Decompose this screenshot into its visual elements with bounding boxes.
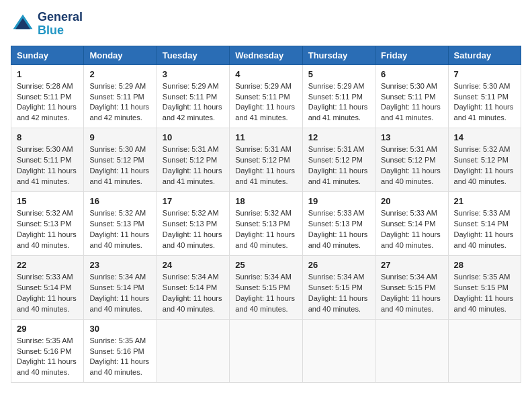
day-number: 11: [235, 132, 296, 142]
day-number: 22: [17, 260, 78, 270]
day-number: 13: [381, 132, 442, 142]
day-number: 19: [308, 196, 369, 206]
day-info: Sunrise: 5:33 AMSunset: 5:14 PMDaylight:…: [17, 273, 77, 313]
calendar-day: 8 Sunrise: 5:30 AMSunset: 5:11 PMDayligh…: [11, 128, 84, 192]
day-info: Sunrise: 5:34 AMSunset: 5:15 PMDaylight:…: [308, 273, 368, 313]
calendar-day: 28 Sunrise: 5:35 AMSunset: 5:15 PMDaylig…: [448, 255, 521, 319]
calendar-day: 4 Sunrise: 5:29 AMSunset: 5:11 PMDayligh…: [230, 64, 302, 128]
day-number: 18: [235, 196, 296, 206]
day-number: 17: [163, 196, 224, 206]
calendar-week-5: 29 Sunrise: 5:35 AMSunset: 5:16 PMDaylig…: [11, 319, 521, 383]
day-number: 27: [381, 260, 442, 270]
day-info: Sunrise: 5:32 AMSunset: 5:13 PMDaylight:…: [235, 209, 295, 249]
calendar-day: 1 Sunrise: 5:28 AMSunset: 5:11 PMDayligh…: [11, 64, 84, 128]
day-number: 1: [17, 69, 78, 79]
day-info: Sunrise: 5:35 AMSunset: 5:16 PMDaylight:…: [89, 336, 149, 377]
day-number: 10: [163, 132, 224, 142]
calendar-day: 25 Sunrise: 5:34 AMSunset: 5:15 PMDaylig…: [230, 255, 302, 319]
calendar-header: SundayMondayTuesdayWednesdayThursdayFrid…: [11, 46, 521, 64]
day-number: 16: [89, 196, 150, 206]
calendar-day: 30 Sunrise: 5:35 AMSunset: 5:16 PMDaylig…: [84, 319, 157, 383]
day-number: 5: [308, 69, 369, 79]
calendar-day: 26 Sunrise: 5:34 AMSunset: 5:15 PMDaylig…: [302, 255, 375, 319]
calendar-day: [448, 319, 521, 383]
calendar-day: 22 Sunrise: 5:33 AMSunset: 5:14 PMDaylig…: [11, 255, 84, 319]
day-number: 24: [163, 260, 224, 270]
day-info: Sunrise: 5:29 AMSunset: 5:11 PMDaylight:…: [89, 82, 149, 122]
day-number: 30: [89, 324, 150, 334]
calendar-day: 5 Sunrise: 5:29 AMSunset: 5:11 PMDayligh…: [302, 64, 375, 128]
weekday-header-saturday: Saturday: [448, 46, 521, 64]
day-number: 20: [381, 196, 442, 206]
calendar-day: 18 Sunrise: 5:32 AMSunset: 5:13 PMDaylig…: [230, 192, 302, 256]
day-number: 26: [308, 260, 369, 270]
calendar-day: 23 Sunrise: 5:34 AMSunset: 5:14 PMDaylig…: [84, 255, 157, 319]
weekday-header-tuesday: Tuesday: [157, 46, 229, 64]
day-info: Sunrise: 5:34 AMSunset: 5:15 PMDaylight:…: [381, 273, 441, 313]
day-number: 14: [454, 132, 515, 142]
calendar-day: 21 Sunrise: 5:33 AMSunset: 5:14 PMDaylig…: [448, 192, 521, 256]
day-info: Sunrise: 5:34 AMSunset: 5:15 PMDaylight:…: [235, 273, 295, 313]
calendar-day: 3 Sunrise: 5:29 AMSunset: 5:11 PMDayligh…: [157, 64, 229, 128]
day-number: 25: [235, 260, 296, 270]
day-number: 2: [89, 69, 150, 79]
calendar-day: [230, 319, 302, 383]
logo: General Blue: [11, 11, 83, 38]
day-info: Sunrise: 5:30 AMSunset: 5:12 PMDaylight:…: [89, 145, 149, 185]
day-info: Sunrise: 5:31 AMSunset: 5:12 PMDaylight:…: [308, 145, 368, 185]
calendar-week-2: 8 Sunrise: 5:30 AMSunset: 5:11 PMDayligh…: [11, 128, 521, 192]
day-number: 21: [454, 196, 515, 206]
day-info: Sunrise: 5:32 AMSunset: 5:13 PMDaylight:…: [89, 209, 149, 249]
day-info: Sunrise: 5:29 AMSunset: 5:11 PMDaylight:…: [235, 82, 295, 122]
weekday-header-friday: Friday: [375, 46, 448, 64]
calendar-day: 24 Sunrise: 5:34 AMSunset: 5:14 PMDaylig…: [157, 255, 229, 319]
day-info: Sunrise: 5:30 AMSunset: 5:11 PMDaylight:…: [381, 82, 441, 122]
calendar-week-1: 1 Sunrise: 5:28 AMSunset: 5:11 PMDayligh…: [11, 64, 521, 128]
calendar-day: 13 Sunrise: 5:31 AMSunset: 5:12 PMDaylig…: [375, 128, 448, 192]
day-info: Sunrise: 5:33 AMSunset: 5:13 PMDaylight:…: [308, 209, 368, 249]
calendar-day: [157, 319, 229, 383]
calendar-day: 14 Sunrise: 5:32 AMSunset: 5:12 PMDaylig…: [448, 128, 521, 192]
day-number: 15: [17, 196, 78, 206]
day-info: Sunrise: 5:33 AMSunset: 5:14 PMDaylight:…: [381, 209, 441, 249]
calendar-day: 27 Sunrise: 5:34 AMSunset: 5:15 PMDaylig…: [375, 255, 448, 319]
page-header: General Blue: [11, 11, 521, 38]
calendar-week-3: 15 Sunrise: 5:32 AMSunset: 5:13 PMDaylig…: [11, 192, 521, 256]
day-info: Sunrise: 5:32 AMSunset: 5:12 PMDaylight:…: [454, 145, 514, 185]
calendar-day: 20 Sunrise: 5:33 AMSunset: 5:14 PMDaylig…: [375, 192, 448, 256]
calendar-day: 9 Sunrise: 5:30 AMSunset: 5:12 PMDayligh…: [84, 128, 157, 192]
day-info: Sunrise: 5:29 AMSunset: 5:11 PMDaylight:…: [308, 82, 368, 122]
calendar-day: 10 Sunrise: 5:31 AMSunset: 5:12 PMDaylig…: [157, 128, 229, 192]
day-info: Sunrise: 5:34 AMSunset: 5:14 PMDaylight:…: [163, 273, 222, 313]
day-info: Sunrise: 5:31 AMSunset: 5:12 PMDaylight:…: [381, 145, 441, 185]
logo-icon: [11, 12, 35, 36]
day-number: 6: [381, 69, 442, 79]
calendar-body: 1 Sunrise: 5:28 AMSunset: 5:11 PMDayligh…: [11, 64, 521, 383]
day-info: Sunrise: 5:32 AMSunset: 5:13 PMDaylight:…: [163, 209, 222, 249]
day-info: Sunrise: 5:29 AMSunset: 5:11 PMDaylight:…: [163, 82, 222, 122]
day-info: Sunrise: 5:35 AMSunset: 5:16 PMDaylight:…: [17, 336, 77, 377]
day-number: 29: [17, 324, 78, 334]
calendar-day: 29 Sunrise: 5:35 AMSunset: 5:16 PMDaylig…: [11, 319, 84, 383]
day-info: Sunrise: 5:30 AMSunset: 5:11 PMDaylight:…: [454, 82, 514, 122]
day-number: 4: [235, 69, 296, 79]
calendar-day: 2 Sunrise: 5:29 AMSunset: 5:11 PMDayligh…: [84, 64, 157, 128]
calendar-day: 6 Sunrise: 5:30 AMSunset: 5:11 PMDayligh…: [375, 64, 448, 128]
day-info: Sunrise: 5:30 AMSunset: 5:11 PMDaylight:…: [17, 145, 77, 185]
day-number: 9: [89, 132, 150, 142]
weekday-header-row: SundayMondayTuesdayWednesdayThursdayFrid…: [11, 46, 521, 64]
day-info: Sunrise: 5:33 AMSunset: 5:14 PMDaylight:…: [454, 209, 514, 249]
day-number: 7: [454, 69, 515, 79]
day-number: 23: [89, 260, 150, 270]
day-number: 8: [17, 132, 78, 142]
calendar-week-4: 22 Sunrise: 5:33 AMSunset: 5:14 PMDaylig…: [11, 255, 521, 319]
day-number: 12: [308, 132, 369, 142]
day-info: Sunrise: 5:31 AMSunset: 5:12 PMDaylight:…: [235, 145, 295, 185]
day-number: 3: [163, 69, 224, 79]
weekday-header-thursday: Thursday: [302, 46, 375, 64]
calendar-table: SundayMondayTuesdayWednesdayThursdayFrid…: [11, 46, 521, 383]
day-number: 28: [454, 260, 515, 270]
calendar-day: 7 Sunrise: 5:30 AMSunset: 5:11 PMDayligh…: [448, 64, 521, 128]
calendar-day: 19 Sunrise: 5:33 AMSunset: 5:13 PMDaylig…: [302, 192, 375, 256]
calendar-day: 16 Sunrise: 5:32 AMSunset: 5:13 PMDaylig…: [84, 192, 157, 256]
